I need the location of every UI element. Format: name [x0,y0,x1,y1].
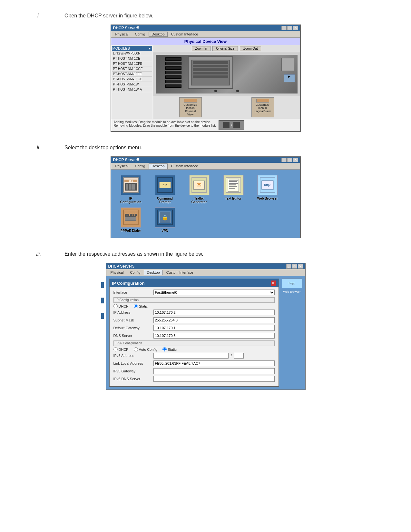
window-ii-controls: _ □ ✕ [281,158,298,162]
tab-physical-iii[interactable]: Physical [108,270,127,275]
subnet-mask-input[interactable] [153,317,275,323]
window-i-controls: _ □ ✕ [281,26,298,30]
step-ii-window: DHCP Server5 _ □ ✕ Physical Config Deskt… [111,156,301,238]
default-gw-input[interactable] [153,325,275,331]
tab-config-i[interactable]: Config [132,32,148,37]
icon-vpn[interactable]: 🔒 VPN [151,207,180,232]
indicator-1 [101,282,104,288]
pppoe-icon-img [121,207,141,228]
original-size-btn[interactable]: Original Size [212,46,238,51]
module-nm1cge[interactable]: PT-HOST-NM-1CGE [112,66,152,72]
customize-physical-btn[interactable]: Customize Icon in Physical View [179,97,202,117]
ipv6-config-section: IPv6 Configuration [113,340,275,346]
modules-panel: MODULES ▼ Linksys-WMP300N PT-HOST-NM-1CE… [111,45,153,119]
ipv6-dhcp-label[interactable]: DHCP [113,347,129,351]
window-iii-titlebar: DHCP Server5 _ □ ✕ [106,263,305,269]
module-nm1wa[interactable]: PT-HOST-NM-1W-A [112,87,152,92]
tab-custom-iii[interactable]: Custom Interface [163,270,196,275]
static-radio-label[interactable]: Static [134,304,148,308]
ip-config-section: IP Configuration [113,297,275,303]
icon-text-editor[interactable]: Text Editor [219,175,248,204]
ipv6-prefix-input[interactable] [234,353,244,359]
text-editor-label: Text Editor [225,197,241,200]
ipv6-dns-input[interactable] [153,376,275,382]
traffic-label: TrafficGenerator [191,197,207,204]
maximize-btn[interactable]: □ [287,26,292,30]
step-iii-window: DHCP Server5 _ □ ✕ Physical Config Deskt… [106,263,306,390]
interface-row: Interface FastEthernet0 [113,290,275,295]
ipv6-static-label[interactable]: Static [162,347,177,351]
module-nm1ce[interactable]: PT-HOST-NM-1CE [112,56,152,61]
dhcp-radio-label[interactable]: DHCP [113,304,129,308]
ipv6-auto-label[interactable]: Auto Config [134,347,157,351]
maximize-btn-ii[interactable]: □ [287,158,292,162]
ipv6-dhcp-radio[interactable] [113,347,118,351]
tab-physical-i[interactable]: Physical [113,32,132,37]
ipv6-dns-row: IPv6 DNS Server [113,376,275,382]
dns-server-input[interactable] [153,333,275,339]
close-btn[interactable]: ✕ [293,26,298,30]
ipv6-gw-row: IPv6 Gateway [113,368,275,374]
zoom-in-btn[interactable]: Zoom In [192,46,211,51]
dhcp-radio[interactable] [113,304,118,308]
cmd-icon-img: run [155,175,175,195]
step-i-section: i. Open the DHCP server in figure below.… [26,13,385,132]
link-local-input[interactable] [153,360,275,366]
device-graphic: ▶ [156,55,298,94]
icon-web-browser[interactable]: http: Web Browser [253,175,282,204]
tab-desktop-ii[interactable]: Desktop [149,163,167,169]
ip-address-input[interactable] [153,310,275,315]
minimize-btn-ii[interactable]: _ [281,158,287,162]
tab-config-iii[interactable]: Config [127,270,143,275]
tab-config-ii[interactable]: Config [132,163,148,169]
static-radio[interactable] [134,304,138,308]
module-nm1cfe[interactable]: PT-HOST-NM-1CFE [112,61,152,66]
ip-config-title-bar: IP Configuration ✕ [110,279,279,287]
ipv6-gw-input[interactable] [153,368,275,374]
traffic-icon-img: ✉ [189,175,210,195]
interface-select[interactable]: FastEthernet0 [153,290,275,295]
window-iii-menubar: Physical Config Desktop Custom Interface [106,269,305,276]
customize-logical-btn[interactable]: Customize Icon in Logical View [251,97,274,117]
modules-header: MODULES ▼ [112,46,152,51]
customize-row: Customize Icon in Physical View Customiz… [153,96,300,119]
module-linksys[interactable]: Linksys-WMP300N [112,51,152,56]
maximize-btn-iii[interactable]: □ [292,264,297,269]
close-btn-iii[interactable]: ✕ [298,264,303,269]
tab-physical-ii[interactable]: Physical [113,163,132,169]
icon-traffic-generator[interactable]: ✉ TrafficGenerator [185,175,214,204]
web-browser-icon-iii[interactable]: http: [282,279,302,288]
module-nm1fge[interactable]: PT-HOST-NM-1FGE [112,77,152,82]
tab-desktop-i[interactable]: Desktop [149,32,167,37]
icon-ip-configuration[interactable]: 106 IPConfiguration [116,175,145,204]
minimize-btn-iii[interactable]: _ [286,264,291,269]
ip-config-close[interactable]: ✕ [271,281,276,286]
web-browser-label: Web Browser [257,197,278,200]
zoom-out-btn[interactable]: Zoom Out [240,46,261,51]
module-nm1ffe[interactable]: PT-HOST-NM-1FFE [112,72,152,77]
step-ii-num: ii. [26,145,52,151]
interface-label: Interface [113,291,152,294]
ipv6-auto-radio[interactable] [134,347,138,351]
icon-pppoe[interactable]: PPPoE Dialer [116,207,145,232]
ipv6-address-input[interactable] [153,353,229,359]
ipv6-address-label: IPv6 Address [113,354,152,358]
module-nm1w[interactable]: PT-HOST-NM-1W [112,82,152,87]
text-icon-img [223,175,244,195]
ipv6-dns-label: IPv6 DNS Server [113,377,152,381]
close-btn-ii[interactable]: ✕ [293,158,298,162]
window-i-menubar: Physical Config Desktop Custom Interface [111,31,300,38]
tab-custom-ii[interactable]: Custom Interface [168,163,201,169]
device-graphic-inner: ▶ [156,55,298,94]
info-bar: Adding Modules: Drag the module to an av… [111,119,300,131]
ip-radio-group: DHCP Static [113,304,275,308]
tab-custom-i[interactable]: Custom Interface [168,32,201,37]
ipv6-static-radio[interactable] [162,347,167,351]
ip-config-dialog: IP Configuration ✕ Interface FastEtherne… [109,279,279,387]
icon-command-prompt[interactable]: run CommandPrompt [151,175,180,204]
window-ii-title: DHCP Server5 [113,158,139,162]
minimize-btn[interactable]: _ [281,26,287,30]
tab-desktop-iii[interactable]: Desktop [144,270,162,275]
ip-config-label: IPConfiguration [120,197,142,204]
vpn-label: VPN [161,229,168,232]
